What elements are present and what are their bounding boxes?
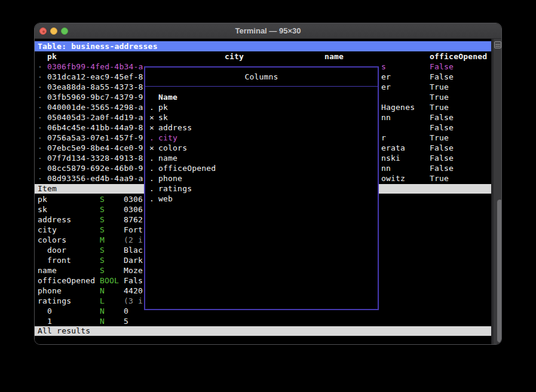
column-header-officeOpened: officeOpened	[430, 51, 487, 62]
attribute-type: S	[100, 204, 105, 215]
cell-officeOpened: True	[430, 92, 449, 102]
attribute-type: N	[100, 286, 105, 296]
attribute-name: phone	[38, 286, 62, 296]
column-item-name: web	[158, 194, 173, 204]
row-marker-icon: ·	[38, 143, 42, 153]
row-marker-icon: ·	[38, 102, 42, 112]
column-header-name: name	[324, 51, 344, 62]
column-visibility-marker-icon: .	[149, 102, 154, 112]
attribute-name: colors	[38, 235, 66, 245]
column-item-name: ratings	[158, 183, 192, 194]
attribute-type: S	[100, 245, 105, 255]
cell-name-fragment: r	[381, 133, 386, 143]
cell-officeOpened: False	[430, 62, 454, 72]
column-visibility-marker-icon: ×	[149, 112, 154, 122]
column-item-name: sk	[158, 112, 168, 122]
title-bar[interactable]: Terminal — 95×30	[35, 23, 501, 39]
row-marker-icon: ·	[38, 153, 42, 163]
column-item-name: phone	[158, 173, 182, 183]
column-item-name: address	[158, 122, 192, 133]
column-visibility-marker-icon: .	[149, 153, 154, 163]
attribute-name: address	[38, 215, 71, 225]
cell-name-fragment: owitz	[381, 173, 405, 183]
cell-name-fragment: s	[381, 62, 386, 72]
scrollbar[interactable]	[491, 39, 501, 345]
attribute-type: S	[100, 194, 105, 204]
column-visibility-marker-icon: .	[149, 163, 154, 173]
attribute-name: officeOpened	[38, 275, 95, 286]
cell-pk: 03fb5969-9bc7-4379-9	[47, 92, 143, 102]
cell-pk: 0306fb99-4fed-4b34-a	[47, 62, 143, 72]
column-header-pk: pk	[47, 51, 57, 62]
column-visibility-marker-icon: .	[149, 194, 154, 204]
attribute-type: M	[100, 235, 105, 245]
attribute-name: pk	[38, 194, 47, 204]
column-visibility-marker-icon: .	[149, 183, 154, 194]
split-pane-icon[interactable]	[494, 41, 501, 48]
column-visibility-marker-icon: ×	[149, 122, 154, 133]
attribute-value: 8762	[124, 215, 143, 225]
attribute-type: L	[100, 296, 105, 306]
row-marker-icon: ·	[38, 122, 42, 133]
columns-dialog-divider	[145, 86, 378, 87]
attribute-name: ratings	[38, 296, 71, 306]
cell-pk: 040001de-3565-4298-a	[47, 102, 143, 112]
attribute-name: 1	[47, 316, 52, 326]
attribute-name: sk	[38, 204, 47, 215]
row-marker-icon: ·	[38, 173, 42, 183]
attribute-value: 0	[124, 306, 128, 316]
cell-pk: 08d93356-ed4b-4aa9-a	[47, 173, 143, 183]
attribute-name: city	[38, 225, 57, 235]
row-marker-icon: ·	[38, 163, 42, 173]
cell-pk: 031dca12-eac9-45ef-8	[47, 72, 143, 82]
attribute-value: Fals	[124, 275, 143, 286]
column-item-name: city	[158, 133, 177, 143]
column-list-item[interactable]: .ratings	[145, 183, 378, 194]
column-list-item[interactable]: .officeOpened	[145, 163, 378, 173]
columns-dialog: Columns Name .pk×sk×address.city×colors.…	[144, 66, 379, 310]
column-list-item[interactable]: ×sk	[145, 112, 378, 122]
window-title: Terminal — 95×30	[35, 23, 501, 39]
cell-name-fragment: nski	[381, 153, 400, 163]
attribute-type: S	[100, 255, 105, 265]
row-marker-icon: ·	[38, 72, 42, 82]
column-item-name: officeOpened	[158, 163, 216, 173]
columns-dialog-title: Columns	[145, 72, 378, 82]
attribute-value: Moze	[124, 265, 143, 275]
attribute-value: (3 i	[124, 296, 143, 306]
column-list-item[interactable]: .phone	[145, 173, 378, 183]
row-marker-icon: ·	[38, 112, 42, 122]
cell-name-fragment: nn	[381, 112, 391, 122]
scrollbar-track[interactable]	[494, 39, 502, 345]
item-attribute-row[interactable]: 1N5	[35, 316, 492, 326]
attribute-value: (2 i	[124, 235, 143, 245]
column-item-name: name	[158, 153, 177, 163]
column-list-item[interactable]: .pk	[145, 102, 378, 112]
cell-officeOpened: True	[430, 133, 449, 143]
column-header-city: city	[225, 51, 244, 62]
cell-pk: 08cc5879-692e-46b0-9	[47, 163, 143, 173]
attribute-value: Blac	[124, 245, 143, 255]
cell-pk: 050405d3-2a0f-4d19-a	[47, 112, 143, 122]
attribute-value: Fort	[124, 225, 143, 235]
attribute-type: N	[100, 306, 105, 316]
column-list-item[interactable]: .city	[145, 133, 378, 143]
column-visibility-marker-icon: ×	[149, 143, 154, 153]
column-list-item[interactable]: .name	[145, 153, 378, 163]
cell-officeOpened: False	[430, 153, 454, 163]
row-marker-icon: ·	[38, 133, 42, 143]
column-list-item[interactable]: .web	[145, 194, 378, 204]
scrollbar-thumb[interactable]	[497, 200, 503, 342]
table-title-bar: Table: business-addresses	[35, 41, 492, 51]
cell-pk: 07f7d134-3328-4913-8	[47, 153, 143, 163]
attribute-value: Dark	[124, 255, 143, 265]
column-list-item[interactable]: ×colors	[145, 143, 378, 153]
cell-officeOpened: False	[430, 122, 454, 133]
terminal-screen[interactable]: Table: business-addresses pk city name o…	[35, 39, 502, 345]
column-item-name: pk	[158, 102, 168, 112]
cell-name-fragment: er	[381, 72, 391, 82]
attribute-name: front	[47, 255, 71, 265]
column-list-item[interactable]: ×address	[145, 122, 378, 133]
cell-name-fragment: nn	[381, 163, 391, 173]
cell-pk: 06b4c45e-41bb-44a9-8	[47, 122, 143, 133]
